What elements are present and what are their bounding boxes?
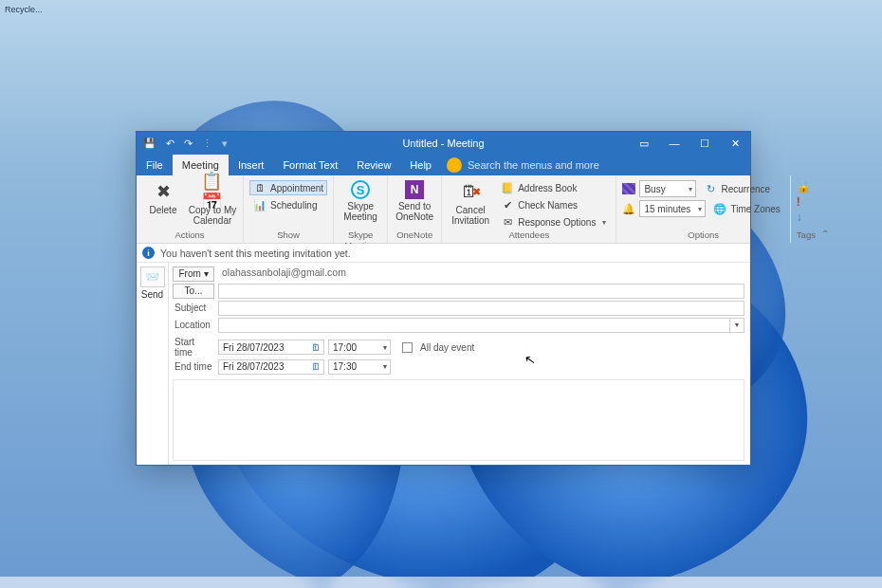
globe-icon: 🌐 [713,202,726,215]
meeting-body-editor[interactable] [173,379,744,461]
send-to-onenote-button[interactable]: N Send to OneNote [394,178,435,222]
calendar-copy-icon: 📋📅 [201,180,224,203]
group-actions: ✖ Delete 📋📅 Copy to My Calendar Actions [137,175,244,243]
appointment-icon: 🗓 [253,181,266,194]
recurrence-button[interactable]: ↻Recurrence [700,181,774,196]
scheduling-button[interactable]: 📊Scheduling [249,197,327,212]
outlook-meeting-window: 💾 ↶ ↷ ⋮ ▾ Untitled - Meeting ▭ — ☐ ✕ Fil… [136,131,751,466]
window-title: Untitled - Meeting [137,138,750,149]
end-date-val: Fri 28/07/2023 [223,361,285,372]
reminder-lbl: 15 minutes [644,204,690,214]
show-as-dropdown[interactable]: Busy [639,180,696,197]
group-options: Busy ↻Recurrence 🔔 15 minutes 🌐Time Zone… [616,175,790,243]
start-date-val: Fri 28/07/2023 [223,342,285,353]
high-importance-icon[interactable]: ! [797,195,811,209]
to-button[interactable]: To... [173,284,214,299]
to-field[interactable] [218,284,744,299]
end-time-field[interactable]: 17:30 [328,359,391,375]
tab-file[interactable]: File [137,155,173,175]
reminder-dropdown[interactable]: 15 minutes [639,200,706,217]
low-importance-icon[interactable]: ↓ [797,211,811,224]
taskbar[interactable] [0,577,882,588]
cancel-invitation-icon: 🗓✖ [459,180,482,203]
appointment-button[interactable]: 🗓Appointment [249,180,327,195]
appointment-lbl: Appointment [270,183,323,193]
info-text: You haven't sent this meeting invitation… [160,248,351,259]
send-label: Send [141,289,163,300]
copy-label: Copy to My Calendar [189,205,237,226]
group-skype: S Skype Meeting Skype Meeting [334,175,388,243]
mouse-cursor-icon: ↖ [524,351,538,368]
start-time-val: 17:00 [333,342,357,353]
address-lbl: Address Book [518,183,577,193]
recurrence-icon: ↻ [704,182,717,195]
busy-lbl: Busy [644,184,665,194]
check-names-icon: ✔ [501,198,514,211]
meeting-form: 📨 Send From ▾ olahassanbolaji@gmail.com … [137,263,750,465]
group-tags-label: Tags [797,230,816,243]
group-show: 🗓Appointment 📊Scheduling Show [244,175,334,243]
cancel-invitation-button[interactable]: 🗓✖ Cancel Invitation [448,178,493,226]
group-tags: 🔒 ! ↓ Tags [791,175,821,243]
tab-help[interactable]: Help [400,155,441,175]
tab-insert[interactable]: Insert [229,155,274,175]
send-icon: 📨 [145,270,159,284]
all-day-label: All day event [420,342,474,353]
response-options-icon: ✉ [501,215,514,229]
send-button[interactable]: 📨 [140,266,165,287]
copy-to-calendar-button[interactable]: 📋📅 Copy to My Calendar [188,178,237,226]
address-book-button[interactable]: 📒Address Book [497,180,610,195]
group-show-label: Show [249,230,327,243]
info-icon: i [142,247,155,259]
titlebar: 💾 ↶ ↷ ⋮ ▾ Untitled - Meeting ▭ — ☐ ✕ [137,132,750,155]
check-lbl: Check Names [518,200,578,211]
location-field[interactable] [218,318,729,333]
tell-me-bulb-icon[interactable] [447,157,462,173]
location-label: Location [173,320,214,330]
group-attendees-label: Attendees [448,230,610,243]
ribbon: ✖ Delete 📋📅 Copy to My Calendar Actions … [137,175,750,244]
response-lbl: Response Options [518,217,596,228]
cancel-lbl: Cancel Invitation [451,205,489,226]
collapse-ribbon-icon[interactable]: ⌃ [821,175,829,243]
skype-lbl: Skype Meeting [343,201,377,222]
onenote-lbl: Send to OneNote [395,201,433,222]
all-day-checkbox[interactable] [402,342,413,353]
group-skype-label: Skype Meeting [340,230,381,243]
scheduling-lbl: Scheduling [270,200,317,211]
ribbon-tabs: File Meeting Insert Format Text Review H… [137,155,750,175]
private-lock-icon[interactable]: 🔒 [797,180,811,193]
desktop-recycle-icon[interactable]: Recycle... [5,5,43,14]
tell-me-search[interactable]: Search the menus and more [462,155,750,175]
end-time-label: End time [173,361,214,372]
subject-label: Subject [173,303,214,313]
start-time-field[interactable]: 17:00 [328,340,391,355]
address-book-icon: 📒 [501,181,514,194]
time-zones-button[interactable]: 🌐Time Zones [709,201,783,216]
end-date-field[interactable]: Fri 28/07/2023🗓 [218,359,324,375]
calendar-icon: 🗓 [311,342,321,353]
tz-lbl: Time Zones [730,204,780,214]
group-options-label: Options [622,230,783,243]
reminder-bell-icon: 🔔 [622,203,635,215]
tab-format-text[interactable]: Format Text [273,155,347,175]
start-time-label: Start time [173,337,214,358]
scheduling-icon: 📊 [253,198,266,211]
start-date-field[interactable]: Fri 28/07/2023🗓 [218,340,324,355]
tab-review[interactable]: Review [347,155,400,175]
group-attendees: 🗓✖ Cancel Invitation 📒Address Book ✔Chec… [442,175,616,243]
delete-label: Delete [150,205,177,215]
from-value: olahassanbolaji@gmail.com [218,266,744,282]
info-bar: i You haven't sent this meeting invitati… [137,244,750,263]
location-dropdown-icon[interactable]: ▾ [729,318,744,333]
response-options-button[interactable]: ✉Response Options▾ [497,214,610,230]
skype-meeting-button[interactable]: S Skype Meeting [340,178,381,222]
delete-button[interactable]: ✖ Delete [142,178,184,215]
skype-icon: S [351,180,370,199]
group-onenote: N Send to OneNote OneNote [388,175,442,243]
check-names-button[interactable]: ✔Check Names [497,197,610,212]
from-button[interactable]: From ▾ [173,266,214,282]
subject-field[interactable] [218,301,744,316]
calendar-icon-2: 🗓 [311,361,321,372]
group-actions-label: Actions [142,230,237,243]
